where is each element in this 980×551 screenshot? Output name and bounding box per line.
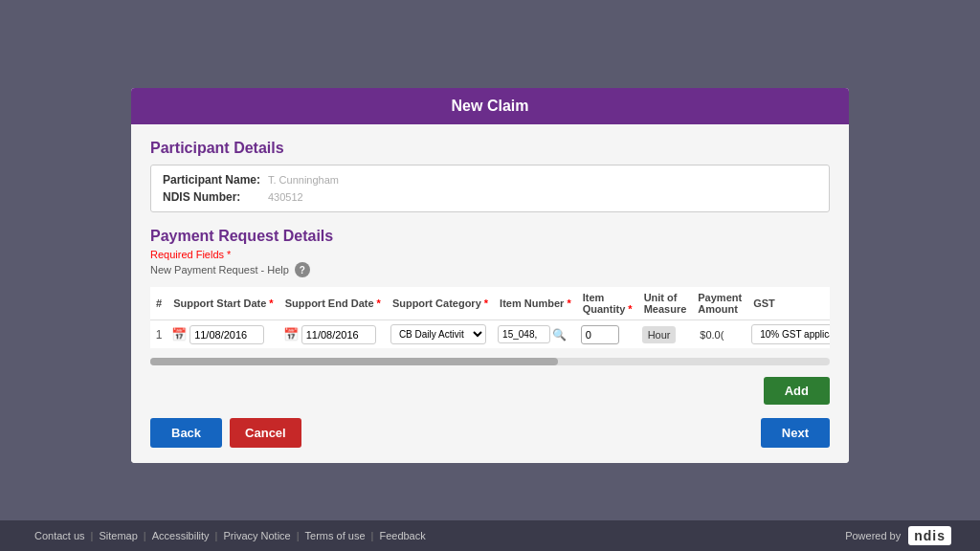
footer-privacy-link[interactable]: Privacy Notice	[217, 530, 296, 541]
participant-name-value: T. Cunningham	[268, 174, 339, 186]
gst-select[interactable]: 10% GST applicable	[751, 324, 830, 344]
participant-section-title: Participant Details	[150, 140, 830, 157]
category-select[interactable]: CB Daily Activit	[390, 324, 486, 344]
col-quantity: ItemQuantity *	[577, 287, 638, 320]
cancel-button[interactable]: Cancel	[230, 418, 301, 448]
participant-ndis-value: 430512	[268, 191, 303, 203]
scrollbar-thumb[interactable]	[150, 358, 558, 365]
footer-terms-link[interactable]: Terms of use	[300, 530, 371, 541]
amount-value: $0.0(	[696, 326, 727, 343]
nav-row: Back Cancel Next	[150, 418, 830, 448]
footer-brand: Powered by ndis	[845, 526, 951, 545]
end-date-calendar-icon[interactable]: 📅	[283, 327, 299, 342]
item-number-cell: 🔍	[494, 320, 577, 349]
col-start-date: Support Start Date *	[167, 287, 279, 320]
participant-box: Participant Name: T. Cunningham NDIS Num…	[150, 165, 830, 212]
horizontal-scrollbar[interactable]	[150, 358, 830, 367]
participant-name-label: Participant Name:	[163, 173, 268, 187]
row-number: 1	[150, 320, 167, 349]
col-gst: GST	[747, 287, 830, 320]
amount-cell: $0.0(	[692, 320, 747, 349]
content-area: Participant Details Participant Name: T.…	[131, 124, 849, 463]
footer-links: Contact us | Sitemap | Accessibility | P…	[29, 530, 432, 541]
page-header: New Claim	[131, 88, 849, 124]
footer-accessibility-link[interactable]: Accessibility	[146, 530, 215, 541]
item-search-icon[interactable]: 🔍	[552, 328, 567, 342]
start-date-input[interactable]	[189, 325, 264, 344]
col-num: #	[150, 287, 167, 320]
col-item-number: Item Number *	[494, 287, 577, 320]
footer-feedback-link[interactable]: Feedback	[373, 530, 431, 541]
help-icon[interactable]: ?	[295, 262, 310, 277]
footer: Contact us | Sitemap | Accessibility | P…	[0, 520, 980, 551]
required-fields-note: Required Fields *	[150, 249, 830, 260]
category-cell: CB Daily Activit	[387, 320, 494, 349]
unit-badge: Hour	[642, 326, 677, 343]
gst-cell: 10% GST applicable	[747, 320, 830, 349]
unit-cell: Hour	[638, 320, 693, 349]
quantity-cell	[577, 320, 638, 349]
end-date-cell: 📅	[279, 320, 387, 349]
col-amount: PaymentAmount	[692, 287, 747, 320]
payment-section-title: Payment Request Details	[150, 228, 830, 245]
quantity-input[interactable]	[581, 325, 619, 344]
nav-left: Back Cancel	[150, 418, 301, 448]
payment-table-container: # Support Start Date * Support End Date …	[150, 287, 830, 348]
next-button[interactable]: Next	[761, 418, 830, 448]
item-number-input[interactable]	[498, 325, 550, 343]
ndis-logo: ndis	[908, 526, 951, 545]
start-date-calendar-icon[interactable]: 📅	[171, 327, 187, 342]
powered-by-text: Powered by	[845, 530, 901, 541]
participant-ndis-row: NDIS Number: 430512	[163, 190, 817, 204]
footer-contact-link[interactable]: Contact us	[29, 530, 91, 541]
col-category: Support Category *	[387, 287, 494, 320]
help-row: New Payment Request - Help ?	[150, 262, 830, 277]
participant-name-row: Participant Name: T. Cunningham	[163, 173, 817, 187]
participant-ndis-label: NDIS Number:	[163, 190, 268, 204]
back-button[interactable]: Back	[150, 418, 222, 448]
add-button-row: Add	[150, 377, 830, 405]
page-title: New Claim	[452, 98, 529, 114]
payment-table: # Support Start Date * Support End Date …	[150, 287, 830, 348]
col-end-date: Support End Date *	[279, 287, 387, 320]
add-button[interactable]: Add	[764, 377, 830, 405]
start-date-cell: 📅	[167, 320, 279, 349]
table-row: 1 📅 📅	[150, 320, 830, 349]
footer-sitemap-link[interactable]: Sitemap	[93, 530, 143, 541]
col-unit: Unit ofMeasure	[638, 287, 693, 320]
main-container: New Claim Participant Details Participan…	[131, 88, 849, 463]
scrollbar-track	[150, 358, 830, 365]
end-date-input[interactable]	[301, 325, 376, 344]
